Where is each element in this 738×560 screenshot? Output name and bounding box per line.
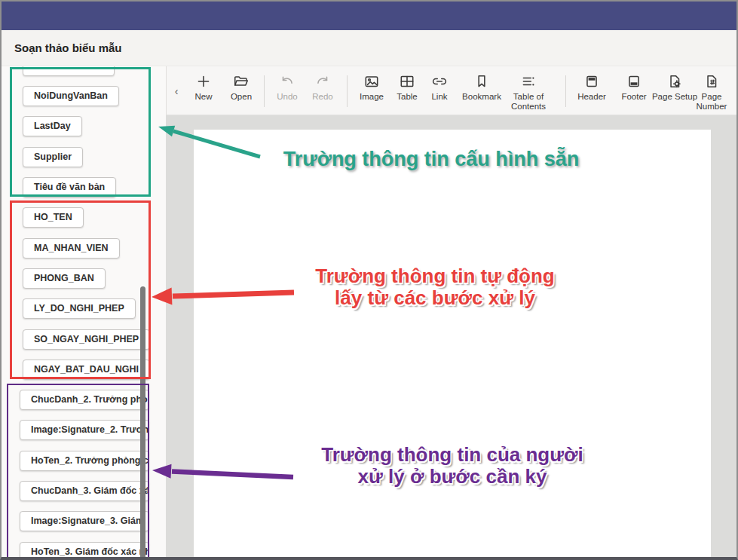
sidebar-scrollbar[interactable] <box>140 286 145 560</box>
field-button-tieu-e-van-ban[interactable]: Tiêu đề văn bản <box>23 177 116 197</box>
field-button-image-signature-3-giam[interactable]: Image:Signature_3. Giám <box>20 511 149 531</box>
window-title-bar <box>2 2 736 30</box>
toolbar-button-label: Redo <box>312 92 333 102</box>
field-button-so-ngay-nghi-phep[interactable]: SO_NGAY_NGHI_PHEP <box>23 329 150 350</box>
field-button-noidungvanban[interactable]: NoiDungVanBan <box>23 86 119 106</box>
field-button-hoten-2-truong-phong-c[interactable]: HoTen_2. Trưởng phòng c <box>20 451 149 471</box>
toolbar-button-label: Open <box>231 92 252 102</box>
image-icon <box>363 73 380 90</box>
field-button-image-signature-2-truon[interactable]: Image:Signature_2. Trươn <box>20 420 149 440</box>
field-button-ho-ten[interactable]: HO_TEN <box>23 207 84 228</box>
toolbar-button-open[interactable]: Open <box>215 73 268 102</box>
bookmark-icon <box>473 73 490 90</box>
toolbar-button-page-number[interactable]: Page Number <box>685 73 738 112</box>
field-button-lastday[interactable]: LastDay <box>23 116 82 136</box>
document-canvas <box>166 115 738 560</box>
link-icon <box>431 73 448 90</box>
header-icon <box>583 73 600 90</box>
footer-icon <box>626 73 642 90</box>
toolbar-button-label: Header <box>577 92 606 102</box>
toolbar-button-label: Table of Contents <box>498 92 559 112</box>
page-title: Soạn thảo biểu mẫu <box>14 41 122 54</box>
field-button-hoten-3-giam-oc-xac-nh[interactable]: HoTen_3. Giám đốc xác nh <box>20 542 149 560</box>
toolbar-button-label: Bookmark <box>462 92 501 102</box>
plus-icon <box>195 73 212 90</box>
page-number-icon <box>703 73 720 90</box>
toolbar-button-label: Footer <box>621 92 646 102</box>
toc-icon <box>520 73 537 90</box>
fields-sidebar: NoiDungVanBanLastDaySupplierTiêu đề văn … <box>2 66 166 560</box>
folder-icon <box>233 73 250 90</box>
toolbar-button-label: Undo <box>277 92 298 102</box>
app-window: Soạn thảo biểu mẫu ‹ NewOpenUndoRedoImag… <box>0 0 738 560</box>
toolbar-button-redo[interactable]: Redo <box>296 73 349 102</box>
toolbar-button-label: Page Number <box>685 92 738 112</box>
toolbar-button-toc[interactable]: Table of Contents <box>498 73 559 112</box>
page-setup-icon <box>666 73 683 90</box>
field-button-chucdanh-2-truong-pho[interactable]: ChucDanh_2. Trưởng phò <box>20 390 149 410</box>
app-header: Soạn thảo biểu mẫu <box>2 30 736 66</box>
editor-toolbar: ‹ NewOpenUndoRedoImageTableLinkBookmarkT… <box>166 66 738 115</box>
toolbar-button-label: New <box>194 92 212 102</box>
field-button-ma-nhan-vien[interactable]: MA_NHAN_VIEN <box>23 238 120 259</box>
toolbar-button-label: Link <box>431 92 447 102</box>
toolbar-divider <box>565 75 566 107</box>
undo-icon <box>279 73 296 90</box>
field-button-phong-ban[interactable]: PHONG_BAN <box>23 268 106 289</box>
redo-icon <box>314 73 331 90</box>
toolbar-divider <box>264 75 265 107</box>
field-button-supplier[interactable]: Supplier <box>23 147 83 167</box>
document-page[interactable] <box>194 130 711 560</box>
field-button-ngay-bat-dau-nghi[interactable]: NGAY_BAT_DAU_NGHI <box>23 360 150 380</box>
field-button-chucdanh-3-giam-oc-xa[interactable]: ChucDanh_3. Giám đốc xá <box>20 481 149 501</box>
toolbar-divider <box>347 75 348 107</box>
field-button-ly-do-nghi-phep[interactable]: LY_DO_NGHI_PHEP <box>23 298 136 319</box>
